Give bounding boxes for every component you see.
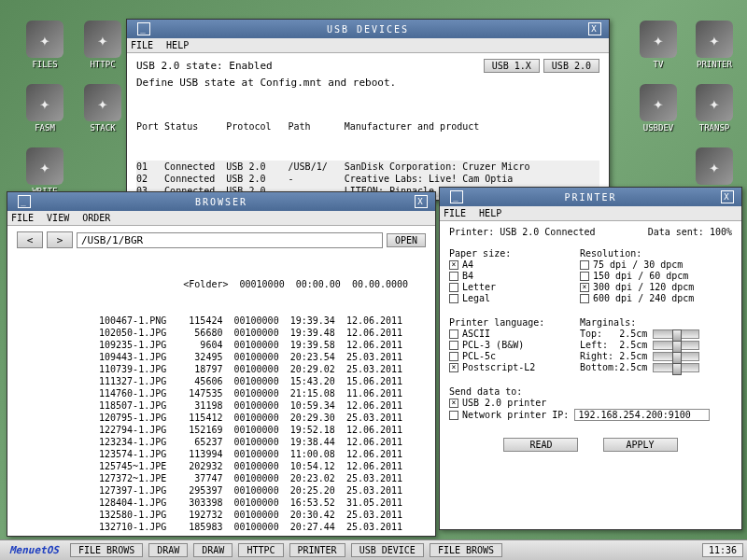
taskbar-item[interactable]: HTTPC [238,543,283,557]
desktop-icon-httpc[interactable]: ✦HTTPC [79,21,126,72]
marginal-slider[interactable] [653,329,699,339]
forward-button[interactable]: > [47,231,73,248]
menu-file[interactable]: FILE [131,40,153,50]
language-option[interactable]: Postscript-L2 [449,362,580,372]
file-row[interactable]: 123234-1.JPG 65237 00100000 19:38.44 12.… [99,436,426,448]
desktop-icon-files[interactable]: ✦FILES [21,21,68,72]
marginal-slider[interactable] [653,352,699,361]
tool-icon: ✦ [26,84,63,121]
file-row[interactable]: 127372~1.JPE 37747 00100000 20:23.02 25.… [99,472,426,484]
desktop-icon-tv[interactable]: ✦TV [635,21,682,72]
marginal-row: Right: 2.5cm [580,351,699,361]
taskbar-item[interactable]: DRAW [148,543,188,557]
network-ip-input[interactable] [574,409,710,421]
marginal-slider[interactable] [653,341,699,350]
open-button[interactable]: OPEN [387,233,426,247]
send-option[interactable]: USB 2.0 printer [449,398,732,408]
taskbar-item[interactable]: USB DEVICE [351,543,424,557]
usb-row[interactable]: 01 Connected USB 2.0 /USB/1/ SanDisk Cor… [136,161,599,173]
checkbox-icon[interactable] [449,399,458,408]
file-row[interactable]: 125745~1.JPE 202932 00100000 10:54.12 12… [99,460,426,472]
printer-titlebar[interactable]: _ PRINTER X [440,188,741,206]
minimize-icon[interactable]: _ [18,195,31,208]
menu-view[interactable]: VIEW [47,213,69,223]
menu-file[interactable]: FILE [444,208,466,218]
usb-titlebar[interactable]: _ USB DEVICES X [127,20,609,38]
icon-label: HTTPC [90,60,115,69]
marginal-slider[interactable] [653,363,699,372]
taskbar-item[interactable]: PRINTER [289,543,345,557]
menu-help[interactable]: HELP [166,40,189,50]
back-button[interactable]: < [17,231,43,248]
language-option[interactable]: PCL-3 (B&W) [449,340,580,350]
checkbox-icon[interactable] [449,260,458,270]
browser-titlebar[interactable]: _ BROWSER X [7,192,435,211]
checkbox-icon[interactable] [580,283,589,292]
usb20-button[interactable]: USB 2.0 [543,59,599,73]
icon-label: TV [654,60,664,69]
menu-file[interactable]: FILE [11,213,34,223]
desktop-icon-usbdev[interactable]: ✦USBDEV [635,84,682,135]
checkbox-icon[interactable] [449,294,458,303]
paper-option[interactable]: Letter [449,282,580,292]
marginal-label: Left: 2.5cm [580,340,647,350]
taskbar-item[interactable]: DRAW [193,543,233,557]
paper-option[interactable]: Legal [449,293,580,303]
checkbox-icon[interactable] [449,363,458,372]
file-row[interactable]: 128404-1.JPG 303398 00100000 16:53.52 31… [99,497,426,509]
checkbox-icon[interactable] [449,283,458,292]
file-row[interactable]: 102050-1.JPG 56680 00100000 19:39.48 12.… [99,327,426,339]
printer-window: _ PRINTER X FILE HELP Printer: USB 2.0 C… [439,187,742,530]
resolution-option[interactable]: 75 dpi / 30 dpcm [580,259,694,270]
folder-row[interactable]: <Folder> 00010000 00:00.00 00.00.0000 [99,278,426,290]
file-row[interactable]: 111327-1.JPG 45606 00100000 15:43.20 15.… [99,375,426,387]
usb1x-button[interactable]: USB 1.X [484,59,540,73]
file-row[interactable]: 100467-1.PNG 115424 00100000 19:39.34 12… [99,315,426,327]
checkbox-icon[interactable] [449,341,458,350]
taskbar-item[interactable]: FILE BROWS [70,543,143,557]
desktop-icon-fasm[interactable]: ✦FASM [21,84,68,135]
language-option[interactable]: ASCII [449,329,580,339]
file-row[interactable]: 110739-1.JPG 18797 00100000 20:29.02 25.… [99,363,426,375]
minimize-icon[interactable]: _ [450,190,463,203]
minimize-icon[interactable]: _ [137,22,150,35]
file-row[interactable]: 109443-1.JPG 32495 00100000 20:23.54 25.… [99,351,426,363]
checkbox-icon[interactable] [449,272,458,281]
close-icon[interactable]: X [721,190,734,203]
file-row[interactable]: 118507-1.JPG 31198 00100000 10:59.34 12.… [99,399,426,412]
path-input[interactable] [77,232,383,248]
paper-option[interactable]: A4 [449,259,580,270]
menu-order[interactable]: ORDER [82,213,110,223]
resolution-option[interactable]: 600 dpi / 240 dpcm [580,293,694,303]
file-row[interactable]: 122794-1.JPG 152169 00100000 19:52.18 12… [99,424,426,436]
checkbox-icon[interactable] [580,294,589,303]
file-row[interactable]: 123574-1.JPG 113994 00100000 11:00.08 12… [99,448,426,460]
language-option[interactable]: PCL-5c [449,351,580,361]
resolution-option[interactable]: 150 dpi / 60 dpcm [580,271,694,281]
checkbox-icon[interactable] [449,352,458,361]
file-row[interactable]: 114760-1.JPG 147535 00100000 21:15.08 11… [99,387,426,399]
taskbar-item[interactable]: FILE BROWS [430,543,502,557]
file-row[interactable]: 132710-1.JPG 185983 00100000 20:27.44 25… [99,521,426,530]
close-icon[interactable]: X [588,22,601,35]
file-row[interactable]: 120795-1.JPG 115412 00100000 20:29.30 25… [99,412,426,424]
paper-option[interactable]: B4 [449,271,580,281]
checkbox-icon[interactable] [449,329,458,339]
file-row[interactable]: 127397-1.JPG 295397 00100000 20:25.20 25… [99,484,426,497]
close-icon[interactable]: X [415,195,428,208]
resolution-option[interactable]: 300 dpi / 120 dpcm [580,282,694,292]
start-button[interactable]: MenuetOS [4,544,64,556]
usb-row[interactable]: 02 Connected USB 2.0 - Creative Labs: Li… [136,173,599,185]
apply-button[interactable]: APPLY [603,438,678,452]
desktop-icon-stack[interactable]: ✦STACK [79,84,126,135]
desktop-icon-printer[interactable]: ✦PRINTER [691,21,738,72]
checkbox-icon[interactable] [449,411,458,420]
desktop-icon-transp[interactable]: ✦TRANSP [691,84,738,135]
menu-help[interactable]: HELP [479,208,501,218]
checkbox-icon[interactable] [580,272,589,281]
send-option[interactable]: Network printer IP: [449,409,732,421]
file-row[interactable]: 109235-1.JPG 9604 00100000 19:39.58 12.0… [99,339,426,351]
read-button[interactable]: READ [503,438,578,452]
checkbox-icon[interactable] [580,260,589,270]
file-row[interactable]: 132580-1.JPG 192732 00100000 20:30.42 25… [99,509,426,521]
